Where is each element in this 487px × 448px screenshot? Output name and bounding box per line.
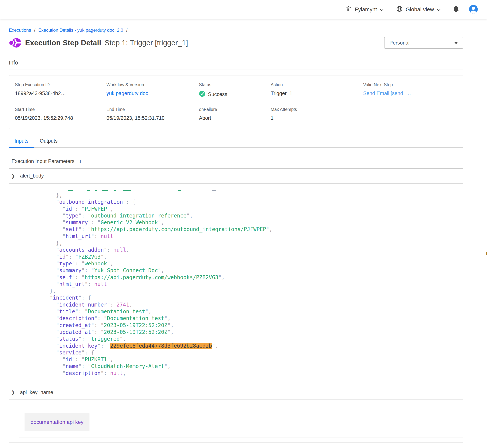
api-key-name-card: documentation api key: [19, 407, 463, 437]
param-name: api_key_name: [20, 390, 53, 395]
clipped-code-line: [31, 190, 463, 192]
dropdown-arrow-icon: [454, 42, 458, 44]
field-status: Status Success: [199, 82, 271, 98]
status-text: Success: [208, 91, 227, 97]
bell-icon: [453, 6, 459, 13]
topbar-divider: [446, 5, 447, 14]
row-divider: [9, 183, 463, 184]
scrollbar-highlight-marker[interactable]: [486, 252, 487, 255]
scope-name: Global view: [406, 6, 434, 13]
tabs: Inputs Outputs: [9, 138, 463, 148]
chevron-right-icon: ❯: [11, 448, 15, 448]
title-row: Execution Step Detail Step 1: Trigger [t…: [9, 37, 463, 49]
chevron-down-icon: [380, 6, 383, 13]
param-name: api_key_value: [20, 447, 53, 448]
visibility-select-value: Personal: [390, 40, 410, 46]
json-code: }, "outbound_integration": { "id": "PJFW…: [31, 192, 463, 378]
field-end-time: End Time 05/19/2023, 15:52:31.710: [106, 107, 199, 121]
workflow-logo-icon: [9, 37, 22, 48]
field-start-time: Start Time 05/19/2023, 15:52:29.748: [15, 107, 106, 121]
breadcrumb: Executions / Execution Details - yuk pag…: [9, 28, 463, 33]
chevron-right-icon: ❯: [11, 173, 15, 179]
topbar-divider: [390, 5, 390, 14]
api-key-name-chip: documentation api key: [24, 413, 89, 431]
visibility-select[interactable]: Personal: [384, 37, 463, 49]
param-row-api-key-name[interactable]: ❯ api_key_name: [9, 385, 463, 400]
globe-icon: [396, 6, 403, 14]
field-onfailure: onFailure Abort: [199, 107, 271, 121]
section-divider: [9, 69, 463, 69]
json-viewer[interactable]: }, "outbound_integration": { "id": "PJFW…: [19, 189, 463, 378]
page-subtitle: Step 1: Trigger [trigger_1]: [105, 39, 188, 47]
next-step-link[interactable]: Send Email [send_…: [363, 90, 411, 96]
param-row-alert-body[interactable]: ❯ alert_body: [9, 169, 463, 183]
param-row-api-key-value[interactable]: ❯ api_key_value: [9, 443, 463, 448]
org-switcher[interactable]: Fylamynt: [345, 6, 383, 13]
view-scope-switcher[interactable]: Global view: [396, 6, 441, 14]
breadcrumb-executions[interactable]: Executions: [9, 28, 31, 33]
info-card: Step Execution ID 18992a43-9538-4b2… Wor…: [9, 75, 463, 129]
breadcrumb-execution-details[interactable]: Execution Details - yuk pagerduty doc: 2…: [38, 28, 123, 33]
breadcrumb-separator: /: [34, 28, 35, 33]
user-avatar-icon: [469, 5, 478, 14]
params-header-label: Execution Input Parameters: [11, 159, 74, 164]
execution-input-parameters-header: Execution Input Parameters ↓: [9, 154, 463, 168]
field-valid-next-step: Valid Next Step Send Email [send_…: [363, 82, 457, 98]
field-workflow-version: Workflow & Version yuk pagerduty doc: [106, 82, 199, 98]
organization-icon: [345, 6, 352, 13]
param-name: alert_body: [20, 173, 44, 179]
breadcrumb-separator: /: [126, 28, 128, 33]
chevron-down-icon: [437, 6, 441, 13]
tab-inputs[interactable]: Inputs: [9, 138, 34, 147]
chevron-right-icon: ❯: [11, 390, 15, 395]
org-name: Fylamynt: [355, 6, 377, 13]
download-icon[interactable]: ↓: [79, 158, 82, 165]
tab-outputs[interactable]: Outputs: [34, 138, 64, 147]
notifications-button[interactable]: [453, 6, 459, 13]
field-max-attempts: Max Attempts 1: [271, 107, 363, 121]
page-title: Execution Step Detail: [25, 39, 101, 47]
success-check-icon: [199, 90, 205, 98]
workflow-link[interactable]: yuk pagerduty doc: [106, 90, 148, 96]
field-step-execution-id: Step Execution ID 18992a43-9538-4b2…: [15, 82, 106, 98]
avatar[interactable]: [469, 5, 478, 14]
main-content: Executions / Execution Details - yuk pag…: [0, 28, 487, 448]
info-section-label: Info: [9, 60, 463, 66]
field-action: Action Trigger_1: [271, 82, 363, 98]
row-divider: [9, 400, 463, 400]
top-bar: Fylamynt Global view: [0, 0, 487, 19]
